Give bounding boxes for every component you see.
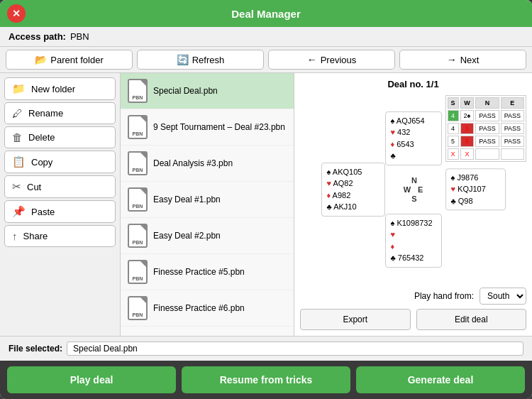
- pbn-file-icon: PBN: [128, 151, 148, 175]
- file-selected-value: Special Deal.pbn: [67, 341, 523, 356]
- rename-icon: 🖊: [12, 107, 23, 119]
- file-selected-bar: File selected: Special Deal.pbn: [0, 336, 532, 361]
- generate-deal-button[interactable]: Generate deal: [356, 366, 525, 393]
- east-hand: ♠ J9876 ♥ KQJ107 ♣ Q98: [445, 168, 506, 211]
- deal-number: Deal no. 1/1: [300, 79, 526, 89]
- rename-button[interactable]: 🖊 Rename: [4, 102, 116, 124]
- delete-button[interactable]: 🗑 Delete: [4, 126, 116, 148]
- file-item[interactable]: PBN Special Deal.pbn: [121, 73, 294, 109]
- delete-icon: 🗑: [12, 131, 23, 143]
- play-deal-button[interactable]: Play deal: [7, 366, 176, 393]
- pbn-file-icon: PBN: [128, 187, 148, 212]
- refresh-icon: 🔄: [177, 54, 189, 65]
- access-path-label: Access path:: [9, 31, 66, 42]
- refresh-button[interactable]: 🔄 Refresh: [137, 50, 264, 70]
- share-button[interactable]: ↑ Share: [4, 225, 116, 247]
- deal-action-row: Export Edit deal: [300, 309, 526, 330]
- previous-label: Previous: [321, 55, 357, 65]
- previous-button[interactable]: ← Previous: [268, 50, 395, 70]
- window-title: Deal Manager: [231, 8, 301, 20]
- north-hand: ♠ AQJ654 ♥ 432 ♦ 6543 ♣: [385, 111, 442, 165]
- folder-up-icon: 📂: [35, 54, 47, 65]
- export-button[interactable]: Export: [300, 309, 411, 330]
- cut-icon: ✂: [12, 180, 21, 193]
- pbn-file-icon: PBN: [128, 296, 148, 320]
- new-folder-button[interactable]: 📁 New folder: [4, 77, 116, 100]
- paste-button[interactable]: 📌 Paste: [4, 200, 116, 223]
- copy-icon: 📋: [12, 155, 26, 168]
- west-hand: ♠ AKQ105 ♥ AQ82 ♦ A982 ♣ AKJ10: [321, 163, 385, 217]
- parent-folder-button[interactable]: 📂 Parent folder: [6, 50, 133, 70]
- main-area: 📁 New folder 🖊 Rename 🗑 Delete 📋 Copy ✂ …: [0, 73, 532, 336]
- new-folder-icon: 📁: [12, 82, 26, 95]
- south-hand: ♠ K1098732 ♥ ♦ ♣ 765432: [385, 214, 442, 268]
- compass-layout: ♠ AQJ654 ♥ 432 ♦ 6543 ♣ ♠ AKQ105 ♥ AQ82 …: [321, 111, 506, 268]
- edit-deal-button[interactable]: Edit deal: [416, 309, 527, 330]
- next-button[interactable]: → Next: [399, 50, 526, 70]
- file-item[interactable]: PBN Finesse Practice #6.pbn: [121, 290, 294, 327]
- bottom-bar: Play deal Resume from tricks Generate de…: [0, 361, 532, 399]
- copy-button[interactable]: 📋 Copy: [4, 151, 116, 173]
- toolbar: 📂 Parent folder 🔄 Refresh ← Previous → N…: [0, 47, 532, 73]
- access-path-bar: Access path: PBN: [0, 27, 532, 47]
- file-list: PBN Special Deal.pbn PBN 9 Sept Tourname…: [121, 73, 294, 336]
- refresh-label: Refresh: [192, 55, 225, 65]
- pbn-file-icon: PBN: [128, 224, 148, 248]
- arrow-left-icon: ←: [307, 54, 317, 65]
- play-hand-label: Play hand from:: [414, 291, 474, 301]
- file-selected-label: File selected:: [9, 344, 62, 354]
- close-button[interactable]: ✕: [7, 4, 26, 23]
- file-item[interactable]: PBN 9 Sept Tournament – Deal #23.pbn: [121, 109, 294, 146]
- play-hand-row: Play hand from: South North East West: [300, 288, 526, 305]
- file-item[interactable]: PBN Easy Deal #1.pbn: [121, 182, 294, 218]
- share-icon: ↑: [12, 230, 18, 242]
- deal-viewer: Deal no. 1/1 S W N E 4 2♠ PASS PASS: [294, 73, 532, 336]
- pbn-file-icon: PBN: [128, 79, 148, 103]
- pbn-file-icon: PBN: [128, 115, 148, 139]
- parent-folder-label: Parent folder: [50, 55, 103, 65]
- arrow-right-icon: →: [447, 54, 457, 65]
- access-path-value: PBN: [70, 31, 89, 42]
- left-panel: 📁 New folder 🖊 Rename 🗑 Delete 📋 Copy ✂ …: [0, 73, 121, 336]
- pbn-file-icon: PBN: [128, 260, 148, 284]
- next-label: Next: [460, 55, 480, 65]
- file-item[interactable]: PBN Deal Analysis #3.pbn: [121, 146, 294, 182]
- play-hand-select[interactable]: South North East West: [480, 288, 526, 305]
- paste-icon: 📌: [12, 205, 26, 218]
- file-item[interactable]: PBN Finesse Practice #5.pbn: [121, 254, 294, 290]
- title-bar: ✕ Deal Manager: [0, 0, 532, 27]
- resume-from-tricks-button[interactable]: Resume from tricks: [182, 366, 350, 393]
- file-item[interactable]: PBN Easy Deal #2.pbn: [121, 218, 294, 254]
- cut-button[interactable]: ✂ Cut: [4, 175, 116, 198]
- compass-directions: N W E S: [404, 176, 423, 203]
